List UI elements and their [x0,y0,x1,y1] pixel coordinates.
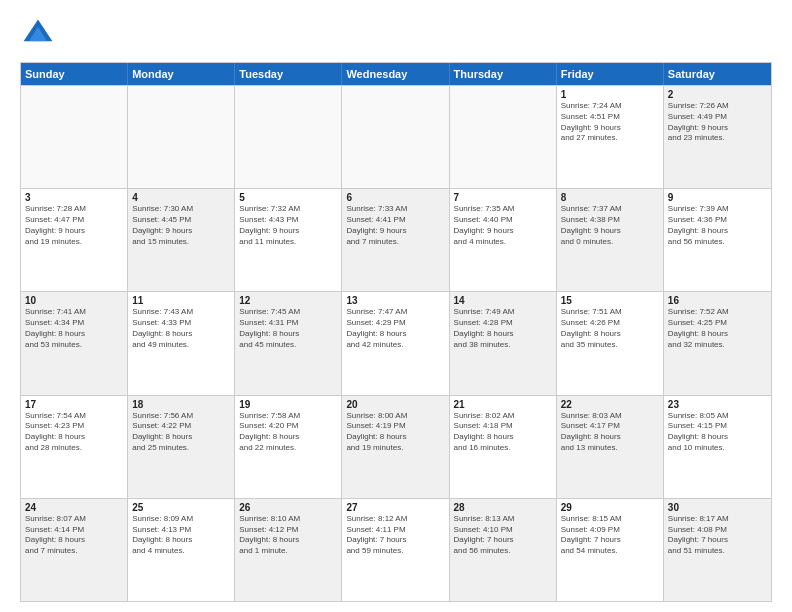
calendar-cell: 9Sunrise: 7:39 AM Sunset: 4:36 PM Daylig… [664,189,771,291]
calendar-row: 17Sunrise: 7:54 AM Sunset: 4:23 PM Dayli… [21,395,771,498]
day-info: Sunrise: 7:24 AM Sunset: 4:51 PM Dayligh… [561,101,659,144]
calendar: SundayMondayTuesdayWednesdayThursdayFrid… [20,62,772,602]
day-number: 27 [346,502,444,513]
calendar-row: 10Sunrise: 7:41 AM Sunset: 4:34 PM Dayli… [21,291,771,394]
calendar-row: 3Sunrise: 7:28 AM Sunset: 4:47 PM Daylig… [21,188,771,291]
page: SundayMondayTuesdayWednesdayThursdayFrid… [0,0,792,612]
calendar-cell [342,86,449,188]
calendar-cell: 14Sunrise: 7:49 AM Sunset: 4:28 PM Dayli… [450,292,557,394]
day-info: Sunrise: 7:32 AM Sunset: 4:43 PM Dayligh… [239,204,337,247]
header-day: Monday [128,63,235,85]
calendar-cell: 20Sunrise: 8:00 AM Sunset: 4:19 PM Dayli… [342,396,449,498]
calendar-cell: 5Sunrise: 7:32 AM Sunset: 4:43 PM Daylig… [235,189,342,291]
day-info: Sunrise: 8:05 AM Sunset: 4:15 PM Dayligh… [668,411,767,454]
day-info: Sunrise: 8:12 AM Sunset: 4:11 PM Dayligh… [346,514,444,557]
day-number: 8 [561,192,659,203]
calendar-cell: 28Sunrise: 8:13 AM Sunset: 4:10 PM Dayli… [450,499,557,601]
header-day: Tuesday [235,63,342,85]
day-number: 6 [346,192,444,203]
day-number: 28 [454,502,552,513]
day-info: Sunrise: 7:37 AM Sunset: 4:38 PM Dayligh… [561,204,659,247]
day-number: 29 [561,502,659,513]
calendar-cell [235,86,342,188]
day-info: Sunrise: 7:35 AM Sunset: 4:40 PM Dayligh… [454,204,552,247]
day-info: Sunrise: 7:47 AM Sunset: 4:29 PM Dayligh… [346,307,444,350]
day-number: 1 [561,89,659,100]
day-info: Sunrise: 7:26 AM Sunset: 4:49 PM Dayligh… [668,101,767,144]
day-info: Sunrise: 8:09 AM Sunset: 4:13 PM Dayligh… [132,514,230,557]
day-info: Sunrise: 7:58 AM Sunset: 4:20 PM Dayligh… [239,411,337,454]
day-info: Sunrise: 7:54 AM Sunset: 4:23 PM Dayligh… [25,411,123,454]
day-number: 24 [25,502,123,513]
calendar-cell: 17Sunrise: 7:54 AM Sunset: 4:23 PM Dayli… [21,396,128,498]
calendar-cell: 25Sunrise: 8:09 AM Sunset: 4:13 PM Dayli… [128,499,235,601]
calendar-cell: 18Sunrise: 7:56 AM Sunset: 4:22 PM Dayli… [128,396,235,498]
day-number: 9 [668,192,767,203]
calendar-cell: 4Sunrise: 7:30 AM Sunset: 4:45 PM Daylig… [128,189,235,291]
day-info: Sunrise: 7:45 AM Sunset: 4:31 PM Dayligh… [239,307,337,350]
day-number: 16 [668,295,767,306]
calendar-cell: 13Sunrise: 7:47 AM Sunset: 4:29 PM Dayli… [342,292,449,394]
calendar-cell: 7Sunrise: 7:35 AM Sunset: 4:40 PM Daylig… [450,189,557,291]
header-day: Wednesday [342,63,449,85]
calendar-cell: 11Sunrise: 7:43 AM Sunset: 4:33 PM Dayli… [128,292,235,394]
day-info: Sunrise: 8:10 AM Sunset: 4:12 PM Dayligh… [239,514,337,557]
day-info: Sunrise: 7:49 AM Sunset: 4:28 PM Dayligh… [454,307,552,350]
calendar-cell: 8Sunrise: 7:37 AM Sunset: 4:38 PM Daylig… [557,189,664,291]
day-number: 13 [346,295,444,306]
day-number: 12 [239,295,337,306]
day-number: 22 [561,399,659,410]
logo [20,16,60,52]
header-day: Saturday [664,63,771,85]
header-day: Thursday [450,63,557,85]
day-number: 26 [239,502,337,513]
calendar-row: 24Sunrise: 8:07 AM Sunset: 4:14 PM Dayli… [21,498,771,601]
day-number: 18 [132,399,230,410]
logo-icon [20,16,56,52]
day-number: 19 [239,399,337,410]
day-number: 14 [454,295,552,306]
day-number: 5 [239,192,337,203]
calendar-cell: 10Sunrise: 7:41 AM Sunset: 4:34 PM Dayli… [21,292,128,394]
calendar-cell: 6Sunrise: 7:33 AM Sunset: 4:41 PM Daylig… [342,189,449,291]
calendar-cell: 2Sunrise: 7:26 AM Sunset: 4:49 PM Daylig… [664,86,771,188]
calendar-cell [128,86,235,188]
calendar-cell: 21Sunrise: 8:02 AM Sunset: 4:18 PM Dayli… [450,396,557,498]
calendar-cell: 26Sunrise: 8:10 AM Sunset: 4:12 PM Dayli… [235,499,342,601]
calendar-row: 1Sunrise: 7:24 AM Sunset: 4:51 PM Daylig… [21,85,771,188]
day-number: 21 [454,399,552,410]
day-number: 7 [454,192,552,203]
calendar-cell [450,86,557,188]
calendar-cell: 24Sunrise: 8:07 AM Sunset: 4:14 PM Dayli… [21,499,128,601]
day-info: Sunrise: 7:56 AM Sunset: 4:22 PM Dayligh… [132,411,230,454]
calendar-cell: 3Sunrise: 7:28 AM Sunset: 4:47 PM Daylig… [21,189,128,291]
calendar-cell [21,86,128,188]
calendar-cell: 1Sunrise: 7:24 AM Sunset: 4:51 PM Daylig… [557,86,664,188]
day-number: 30 [668,502,767,513]
day-info: Sunrise: 7:51 AM Sunset: 4:26 PM Dayligh… [561,307,659,350]
day-info: Sunrise: 8:07 AM Sunset: 4:14 PM Dayligh… [25,514,123,557]
calendar-cell: 30Sunrise: 8:17 AM Sunset: 4:08 PM Dayli… [664,499,771,601]
day-info: Sunrise: 8:03 AM Sunset: 4:17 PM Dayligh… [561,411,659,454]
header-day: Friday [557,63,664,85]
day-info: Sunrise: 7:43 AM Sunset: 4:33 PM Dayligh… [132,307,230,350]
day-number: 25 [132,502,230,513]
header [20,16,772,52]
day-info: Sunrise: 8:00 AM Sunset: 4:19 PM Dayligh… [346,411,444,454]
day-number: 3 [25,192,123,203]
day-info: Sunrise: 7:39 AM Sunset: 4:36 PM Dayligh… [668,204,767,247]
calendar-cell: 29Sunrise: 8:15 AM Sunset: 4:09 PM Dayli… [557,499,664,601]
day-number: 17 [25,399,123,410]
day-info: Sunrise: 8:13 AM Sunset: 4:10 PM Dayligh… [454,514,552,557]
day-info: Sunrise: 7:33 AM Sunset: 4:41 PM Dayligh… [346,204,444,247]
day-number: 15 [561,295,659,306]
header-day: Sunday [21,63,128,85]
calendar-body: 1Sunrise: 7:24 AM Sunset: 4:51 PM Daylig… [21,85,771,601]
calendar-cell: 23Sunrise: 8:05 AM Sunset: 4:15 PM Dayli… [664,396,771,498]
calendar-cell: 12Sunrise: 7:45 AM Sunset: 4:31 PM Dayli… [235,292,342,394]
calendar-cell: 22Sunrise: 8:03 AM Sunset: 4:17 PM Dayli… [557,396,664,498]
day-number: 20 [346,399,444,410]
day-number: 2 [668,89,767,100]
calendar-cell: 15Sunrise: 7:51 AM Sunset: 4:26 PM Dayli… [557,292,664,394]
day-info: Sunrise: 7:52 AM Sunset: 4:25 PM Dayligh… [668,307,767,350]
